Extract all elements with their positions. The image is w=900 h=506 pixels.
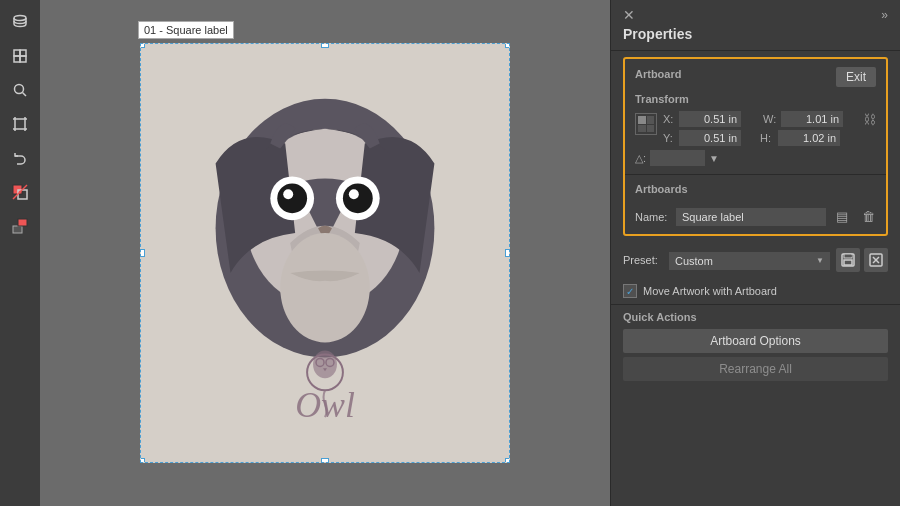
svg-rect-1 xyxy=(14,50,20,56)
svg-rect-3 xyxy=(14,56,20,62)
svg-rect-4 xyxy=(20,56,26,62)
quick-actions-label: Quick Actions xyxy=(623,311,888,323)
panel-title: Properties xyxy=(611,26,900,50)
preset-label: Preset: xyxy=(623,254,663,266)
artboard-delete-icon[interactable]: 🗑 xyxy=(858,207,879,226)
svg-rect-2 xyxy=(20,50,26,56)
transform-label: Transform xyxy=(635,93,876,105)
panel-header: ✕ » xyxy=(611,0,900,26)
collapse-icon[interactable]: » xyxy=(881,8,888,22)
artboard-name-input[interactable] xyxy=(676,208,826,226)
preset-row: Preset: Custom xyxy=(611,242,900,278)
h-input[interactable] xyxy=(778,130,840,146)
svg-rect-7 xyxy=(15,119,25,129)
divider-inner xyxy=(625,174,886,175)
w-label: W: xyxy=(763,113,779,125)
tool-undo[interactable] xyxy=(6,144,34,172)
x-input[interactable] xyxy=(679,111,741,127)
move-artwork-row: Move Artwork with Artboard xyxy=(611,278,900,304)
preset-icon-btns xyxy=(836,248,888,272)
handle-bm[interactable] xyxy=(321,458,329,463)
h-label: H: xyxy=(760,132,776,144)
tool-fill-none[interactable] xyxy=(6,178,34,206)
angle-label: △: xyxy=(635,152,646,165)
artboard-container: 01 - Square label xyxy=(140,43,510,463)
handle-ml[interactable] xyxy=(140,249,145,257)
canvas-area: 01 - Square label xyxy=(0,0,610,506)
owl-illustration: Owl xyxy=(141,44,509,462)
handle-br[interactable] xyxy=(505,458,510,463)
tool-swap[interactable] xyxy=(6,212,34,240)
svg-point-29 xyxy=(349,189,359,199)
handle-tm[interactable] xyxy=(321,43,329,48)
artboard-section-label: Artboard xyxy=(635,68,681,80)
tool-layers[interactable] xyxy=(6,8,34,36)
artboard[interactable]: Owl xyxy=(140,43,510,463)
handle-mr[interactable] xyxy=(505,249,510,257)
svg-rect-19 xyxy=(13,226,22,233)
artboard-label: 01 - Square label xyxy=(138,21,234,39)
artboards-inner: Artboards Name: ▤ 🗑 xyxy=(635,183,876,226)
svg-point-25 xyxy=(277,183,307,213)
tool-artboard[interactable] xyxy=(6,110,34,138)
y-label: Y: xyxy=(663,132,677,144)
close-icon[interactable]: ✕ xyxy=(623,8,635,22)
svg-rect-20 xyxy=(18,219,27,226)
svg-line-6 xyxy=(23,93,27,97)
artboard-exit-row: Artboard Exit xyxy=(635,67,876,87)
preset-select-wrap: Custom xyxy=(669,251,830,270)
right-panel: ✕ » Properties Artboard Exit Transform xyxy=(610,0,900,506)
preset-select[interactable]: Custom xyxy=(669,252,830,270)
angle-input[interactable] xyxy=(650,150,705,166)
tool-zoom[interactable] xyxy=(6,76,34,104)
svg-point-5 xyxy=(15,85,24,94)
name-row: Name: ▤ 🗑 xyxy=(635,207,876,226)
divider-1 xyxy=(611,50,900,51)
name-field-label: Name: xyxy=(635,211,670,223)
handle-bl[interactable] xyxy=(140,458,145,463)
svg-point-0 xyxy=(14,16,26,21)
x-label: X: xyxy=(663,113,677,125)
link-icon[interactable]: ⛓ xyxy=(863,112,876,127)
svg-point-28 xyxy=(343,183,373,213)
w-input[interactable] xyxy=(781,111,843,127)
rearrange-all-button[interactable]: Rearrange All xyxy=(623,357,888,381)
exit-button[interactable]: Exit xyxy=(836,67,876,87)
tool-move[interactable] xyxy=(6,42,34,70)
handle-tr[interactable] xyxy=(505,43,510,48)
artboard-navigate-icon[interactable]: ▤ xyxy=(832,207,852,226)
preset-delete-icon[interactable] xyxy=(864,248,888,272)
angle-chevron-icon[interactable]: ▼ xyxy=(709,153,719,164)
artboard-panel-section: Artboard Exit Transform X: xyxy=(623,57,888,236)
y-input[interactable] xyxy=(679,130,741,146)
preset-save-icon[interactable] xyxy=(836,248,860,272)
svg-point-30 xyxy=(280,233,370,342)
transform-reference-icon[interactable] xyxy=(635,113,657,135)
svg-point-26 xyxy=(283,189,293,199)
left-toolbar xyxy=(0,0,40,506)
svg-rect-39 xyxy=(844,260,852,265)
artboard-options-button[interactable]: Artboard Options xyxy=(623,329,888,353)
handle-tl[interactable] xyxy=(140,43,145,48)
quick-actions: Quick Actions Artboard Options Rearrange… xyxy=(611,305,900,391)
move-artwork-label: Move Artwork with Artboard xyxy=(643,285,777,297)
move-artwork-checkbox[interactable] xyxy=(623,284,637,298)
artboards-label: Artboards xyxy=(635,183,876,195)
